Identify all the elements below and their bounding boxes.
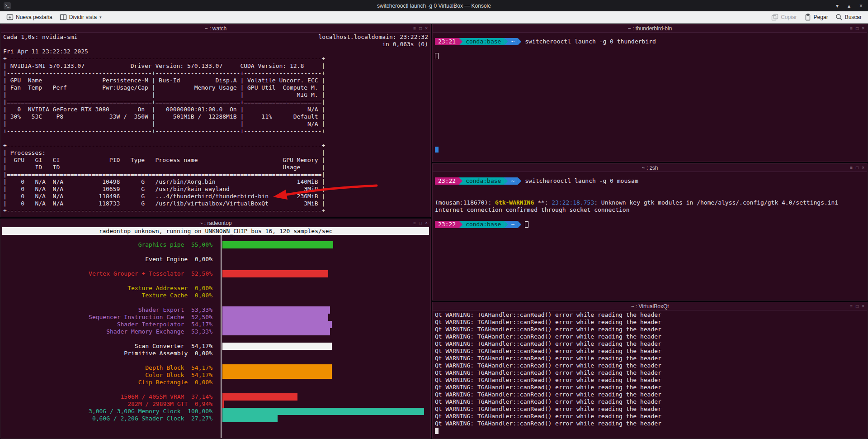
pane-menu-icon[interactable]: ≡ bbox=[850, 165, 853, 171]
powerline-arrow-icon bbox=[518, 38, 521, 45]
radeontop-row: Color Block 54,17% bbox=[1, 372, 430, 379]
pane-header-icons: ≡□× bbox=[413, 220, 428, 226]
radeontop-bar-area bbox=[222, 343, 424, 350]
powerline-arrow-icon bbox=[504, 177, 508, 185]
pane-menu-icon[interactable]: ≡ bbox=[413, 25, 416, 32]
left-column: ~ : watch ≡□× Cada 1,0s: nvidia-smilocal… bbox=[0, 24, 431, 439]
split-view-button[interactable]: Dividir vista ▾ bbox=[56, 12, 105, 22]
radeontop-row: Shader Memory Exchange 53,33% bbox=[1, 328, 430, 335]
qt-warning-line: Qt WARNING: TGAHandler::canRead() error … bbox=[435, 326, 865, 333]
radeontop-bar-area bbox=[222, 393, 424, 401]
pane-close-icon[interactable]: × bbox=[862, 303, 864, 310]
split-view-icon bbox=[60, 14, 67, 21]
thunderbird-terminal[interactable]: 23:21conda:base~switcherooctl launch -g … bbox=[433, 33, 867, 162]
radeontop-bar-area bbox=[222, 270, 424, 277]
qt-warning-line: Qt WARNING: TGAHandler::canRead() error … bbox=[435, 311, 865, 319]
pane-virtualbox-header[interactable]: ~ : VirtualBoxQt ≡□× bbox=[433, 302, 867, 310]
radeontop-row: Graphics pipe 55,00% bbox=[1, 241, 430, 248]
blank-line bbox=[435, 45, 865, 52]
close-icon[interactable]: × bbox=[859, 3, 863, 9]
qt-warning-line: Qt WARNING: TGAHandler::canRead() error … bbox=[435, 355, 865, 362]
qt-warning-line: Qt WARNING: TGAHandler::canRead() error … bbox=[435, 362, 865, 369]
minimize-icon[interactable]: ▾ bbox=[836, 3, 839, 9]
shell-prompt: 23:22conda:base~ bbox=[435, 221, 521, 228]
split-view-label: Dividir vista bbox=[69, 14, 97, 20]
pane-close-icon[interactable]: × bbox=[862, 165, 864, 171]
maximize-icon[interactable]: ▴ bbox=[848, 3, 850, 9]
radeontop-bar-area bbox=[222, 285, 424, 292]
pane-menu-icon[interactable]: ≡ bbox=[850, 303, 853, 310]
radeontop-bar-area bbox=[222, 350, 424, 357]
radeontop-bar-area bbox=[222, 321, 424, 328]
watch-interval-text: Cada 1,0s: nvidia-smi bbox=[3, 33, 77, 41]
pane-header-icons: ≡□× bbox=[850, 25, 864, 32]
konsole-window: >_ switcherooctl launch -g 0 VirtualBox … bbox=[0, 0, 868, 439]
pane-menu-icon[interactable]: ≡ bbox=[850, 25, 853, 32]
new-tab-button[interactable]: Nueva pestaña bbox=[3, 12, 56, 22]
watch-header-line: Cada 1,0s: nvidia-smilocalhost.localdoma… bbox=[3, 33, 428, 41]
blank-line bbox=[435, 192, 865, 199]
radeontop-row-label: Shader Memory Exchange 53,33% bbox=[1, 328, 217, 335]
pane-watch-header[interactable]: ~ : watch ≡□× bbox=[1, 24, 430, 33]
pane-maximize-icon[interactable]: □ bbox=[856, 165, 859, 171]
radeontop-bar bbox=[222, 241, 333, 248]
prompt-dir-badge: ~ bbox=[508, 177, 518, 185]
radeontop-divider-line bbox=[221, 235, 222, 438]
radeontop-terminal[interactable]: Graphics pipe 55,00%Event Engine 0,00%Ve… bbox=[1, 235, 430, 438]
radeontop-bar-area bbox=[222, 364, 424, 372]
warning-stars-text: **: bbox=[534, 199, 552, 206]
pane-radeontop-header[interactable]: ~ : radeontop ≡□× bbox=[1, 219, 430, 227]
radeontop-row: Texture Addresser 0,00% bbox=[1, 285, 430, 292]
copy-button[interactable]: Copiar bbox=[768, 12, 800, 22]
radeontop-row: Vertex Grouper + Tesselator 52,50% bbox=[1, 270, 430, 277]
virtualbox-terminal[interactable]: Qt WARNING: TGAHandler::canRead() error … bbox=[433, 310, 867, 438]
pane-close-icon[interactable]: × bbox=[425, 220, 428, 226]
qt-warning-line: Qt WARNING: TGAHandler::canRead() error … bbox=[435, 369, 865, 377]
watch-date-line: Fri Apr 11 23:22:32 2025 bbox=[3, 48, 428, 55]
terminal-cursor bbox=[435, 53, 439, 59]
radeontop-spacer-row bbox=[1, 299, 430, 306]
blank-line bbox=[435, 214, 865, 221]
pane-close-icon[interactable]: × bbox=[862, 25, 864, 32]
radeontop-row-label: Graphics pipe 55,00% bbox=[1, 241, 217, 248]
nvidia-smi-output: +---------------------------------------… bbox=[3, 55, 428, 215]
radeontop-bar bbox=[222, 343, 332, 350]
prompt-conda-badge: conda:base bbox=[462, 38, 504, 45]
radeontop-row-label: 0,60G / 2,20G Shader Clock 27,27% bbox=[1, 415, 217, 422]
pane-maximize-icon[interactable]: □ bbox=[419, 220, 422, 226]
qt-warning-line: Qt WARNING: TGAHandler::canRead() error … bbox=[435, 377, 865, 384]
warning-message-text: : Unknown key gtk-modules in /home/alyss… bbox=[594, 199, 838, 206]
command-text: switcherooctl launch -g 0 thunderbird bbox=[525, 38, 656, 45]
copy-label: Copiar bbox=[781, 14, 797, 20]
radeontop-bar bbox=[222, 321, 332, 328]
radeontop-row: 0,60G / 2,20G Shader Clock 27,27% bbox=[1, 415, 430, 422]
radeontop-bar bbox=[222, 270, 328, 277]
radeontop-row-label: Texture Addresser 0,00% bbox=[1, 285, 217, 292]
pane-maximize-icon[interactable]: □ bbox=[856, 25, 859, 32]
paste-button[interactable]: Pegar bbox=[801, 12, 832, 22]
find-button[interactable]: Buscar bbox=[832, 12, 865, 22]
pane-title: ~ : zsh bbox=[642, 165, 658, 171]
command-line: 23:21conda:base~switcherooctl launch -g … bbox=[435, 38, 865, 45]
prompt-conda-badge: conda:base bbox=[462, 221, 504, 228]
qt-warning-line: Qt WARNING: TGAHandler::canRead() error … bbox=[435, 413, 865, 420]
prompt-line: 23:22conda:base~ bbox=[435, 221, 865, 228]
powerline-arrow-icon bbox=[504, 38, 508, 45]
pane-menu-icon[interactable]: ≡ bbox=[413, 220, 416, 226]
radeontop-row-label: Shader Interpolator 54,17% bbox=[1, 321, 217, 328]
powerline-arrow-icon bbox=[518, 177, 521, 185]
terminal-cursor bbox=[435, 428, 439, 434]
pane-zsh-header[interactable]: ~ : zsh ≡□× bbox=[433, 164, 867, 172]
radeontop-bar-area bbox=[222, 328, 424, 335]
pane-maximize-icon[interactable]: □ bbox=[856, 303, 859, 310]
pane-title: ~ : VirtualBoxQt bbox=[631, 303, 669, 310]
info-line: Internet connection confirmed through so… bbox=[435, 206, 865, 214]
qt-warning-line: Qt WARNING: TGAHandler::canRead() error … bbox=[435, 391, 865, 398]
watch-terminal[interactable]: Cada 1,0s: nvidia-smilocalhost.localdoma… bbox=[1, 33, 430, 217]
zsh-terminal[interactable]: 23:22conda:base~switcherooctl launch -g … bbox=[433, 172, 867, 300]
pane-thunderbird-header[interactable]: ~ : thunderbird-bin ≡□× bbox=[433, 24, 867, 33]
window-title: switcherooctl launch -g 0 VirtualBox — K… bbox=[0, 3, 868, 9]
pane-close-icon[interactable]: × bbox=[425, 25, 428, 32]
pane-maximize-icon[interactable]: □ bbox=[419, 25, 422, 32]
radeontop-bar bbox=[222, 364, 332, 372]
